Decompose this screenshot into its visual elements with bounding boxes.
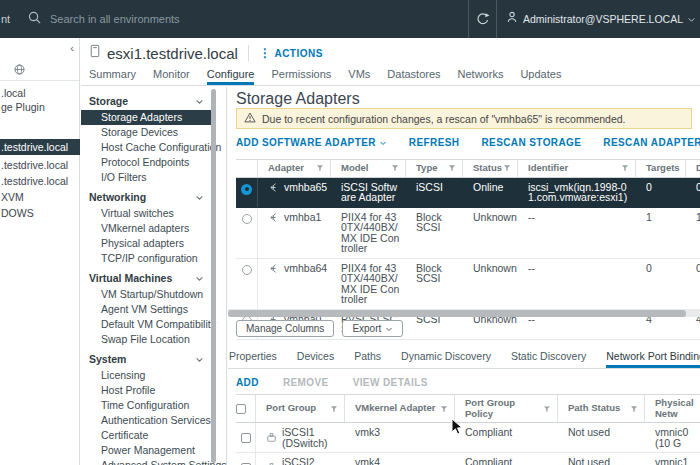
tab-updates[interactable]: Updates xyxy=(520,68,561,85)
column-targets[interactable]: Targets xyxy=(636,160,686,177)
table-row-iscsi2[interactable]: iSCSI2 (DSwitch) vmk4 Compliant Not used… xyxy=(236,453,700,465)
column-identifier[interactable]: Identifier xyxy=(518,160,636,177)
tab-configure[interactable]: Configure xyxy=(207,68,255,85)
radio-selected[interactable] xyxy=(241,184,252,195)
column-type[interactable]: Type xyxy=(406,160,463,177)
divider xyxy=(248,45,249,61)
adapter-detail-tabs: Properties Devices Paths Dynamic Discove… xyxy=(228,345,700,369)
menu-item-vm-startup[interactable]: VM Startup/Shutdown xyxy=(81,287,226,302)
table-row-vmhba1[interactable]: vmhba1 PIIX4 for 430TX/440BX/MX IDE Cont… xyxy=(236,208,700,259)
table-row-vmhba65[interactable]: vmhba65 iSCSI Software Adapter iSCSI Onl… xyxy=(236,178,700,208)
tab-vms[interactable]: VMs xyxy=(348,68,370,85)
grid-footer: Manage Columns Export xyxy=(236,320,403,337)
menu-group-networking[interactable]: Networking xyxy=(81,188,226,206)
scrollbar-thumb[interactable] xyxy=(228,310,686,317)
column-port-group[interactable]: Port Group xyxy=(256,395,345,422)
search-input[interactable] xyxy=(50,13,330,25)
tab-dynamic-discovery[interactable]: Dynamic Discovery xyxy=(401,350,491,368)
menu-group-system[interactable]: System xyxy=(81,350,226,368)
menu-item-swap-file[interactable]: Swap File Location xyxy=(81,332,226,347)
search-icon xyxy=(27,10,42,29)
tab-network-port-binding[interactable]: Network Port Binding xyxy=(606,350,700,368)
table-row-iscsi1[interactable]: iSCSI1 (DSwitch) vmk3 Compliant Not used… xyxy=(236,423,700,453)
tab-networks[interactable]: Networks xyxy=(458,68,504,85)
column-physical-network[interactable]: Physical Netw xyxy=(645,395,700,422)
column-model[interactable]: Model xyxy=(331,160,406,177)
menu-item-certificate[interactable]: Certificate xyxy=(81,428,226,443)
vsphere-client-window: nt Administrator@VSPHERE.LOCAL xyxy=(0,0,700,465)
tree-item[interactable]: DOWS xyxy=(0,206,80,221)
tab-static-discovery[interactable]: Static Discovery xyxy=(511,350,586,368)
menu-item-vmkernel-adapters[interactable]: VMkernel adapters xyxy=(81,221,226,236)
menu-item-advanced-system-settings[interactable]: Advanced System Settings xyxy=(81,458,226,465)
menu-item-storage-devices[interactable]: Storage Devices xyxy=(81,125,226,140)
add-software-adapter-button[interactable]: ADD SOFTWARE ADAPTER xyxy=(236,137,387,148)
user-menu[interactable]: Administrator@VSPHERE.LOCAL xyxy=(497,0,700,38)
tree-item-selected[interactable]: .testdrive.local xyxy=(0,139,80,155)
page-title: esxi1.testdrive.local xyxy=(107,45,238,62)
tree-item[interactable]: XVM xyxy=(0,190,80,205)
tab-paths[interactable]: Paths xyxy=(354,350,381,368)
row-checkbox[interactable] xyxy=(241,433,251,443)
menu-item-protocol-endpoints[interactable]: Protocol Endpoints xyxy=(81,155,226,170)
storage-adapters-panel: Storage Adapters Due to recent configura… xyxy=(228,87,700,465)
global-search[interactable] xyxy=(27,10,468,29)
binding-toolbar: ADD REMOVE VIEW DETAILS xyxy=(236,377,428,388)
tab-properties[interactable]: Properties xyxy=(229,350,277,368)
menu-group-storage[interactable]: Storage xyxy=(81,92,226,110)
add-binding-button[interactable]: ADD xyxy=(236,377,259,388)
tab-datastores[interactable]: Datastores xyxy=(387,68,440,85)
table-row-vmhba64[interactable]: vmhba64 PIIX4 for 430TX/440BX/MX IDE Con… xyxy=(236,259,700,310)
menu-item-agent-vm[interactable]: Agent VM Settings xyxy=(81,302,226,317)
tab-monitor[interactable]: Monitor xyxy=(153,68,190,85)
column-status[interactable]: Status xyxy=(463,160,518,177)
radio[interactable] xyxy=(242,214,252,224)
tree-item[interactable]: .local xyxy=(0,86,80,101)
refresh-icon[interactable] xyxy=(469,0,496,38)
filter-icon xyxy=(503,164,511,172)
menu-item-io-filters[interactable]: I/O Filters xyxy=(81,170,226,185)
menu-group-virtual-machines[interactable]: Virtual Machines xyxy=(81,269,226,287)
tab-permissions[interactable]: Permissions xyxy=(271,68,331,85)
status-badge: Online xyxy=(463,178,518,207)
status-badge: Unknown xyxy=(463,259,518,309)
host-header: esxi1.testdrive.local ⋮ ACTIONS Summary … xyxy=(81,38,700,86)
manage-columns-button[interactable]: Manage Columns xyxy=(236,320,334,337)
menu-item-virtual-switches[interactable]: Virtual switches xyxy=(81,206,226,221)
tree-item[interactable]: .testdrive.local xyxy=(0,158,80,173)
actions-button[interactable]: ⋮ ACTIONS xyxy=(259,46,323,60)
radio[interactable] xyxy=(242,265,252,275)
menu-item-time-configuration[interactable]: Time Configuration xyxy=(81,398,226,413)
column-path-status[interactable]: Path Status xyxy=(558,395,645,422)
horizontal-scrollbar[interactable] xyxy=(228,309,700,317)
column-vmkernel-adapter[interactable]: VMkernel Adapter xyxy=(345,395,455,422)
column-devices[interactable]: D xyxy=(686,160,700,177)
column-port-group-policy[interactable]: Port Group Policy xyxy=(455,395,558,422)
menu-item-default-vm-compat[interactable]: Default VM Compatibility xyxy=(81,317,226,332)
export-button[interactable]: Export xyxy=(342,320,403,337)
menu-item-tcpip-configuration[interactable]: TCP/IP configuration xyxy=(81,251,226,266)
tab-devices[interactable]: Devices xyxy=(297,350,334,368)
select-all-checkbox[interactable] xyxy=(236,404,246,414)
rescan-storage-button[interactable]: RESCAN STORAGE xyxy=(481,137,581,148)
menu-item-physical-adapters[interactable]: Physical adapters xyxy=(81,236,226,251)
menu-item-host-profile[interactable]: Host Profile xyxy=(81,383,226,398)
chevron-down-icon xyxy=(195,354,204,366)
remove-binding-button: REMOVE xyxy=(283,377,329,388)
menu-item-host-cache[interactable]: Host Cache Configuration xyxy=(81,140,226,155)
menu-item-power-management[interactable]: Power Management xyxy=(81,443,226,458)
tree-item[interactable]: ge Plugin xyxy=(0,100,80,115)
vertical-scrollbar[interactable] xyxy=(211,89,216,463)
menu-item-storage-adapters[interactable]: Storage Adapters xyxy=(81,110,211,125)
tab-summary[interactable]: Summary xyxy=(89,68,136,85)
collapse-panel-icon[interactable]: ‹ xyxy=(70,42,74,54)
tree-item[interactable]: .testdrive.local xyxy=(0,174,80,189)
rescan-adapter-button[interactable]: RESCAN ADAPTER xyxy=(603,137,700,148)
chevron-down-icon xyxy=(195,96,204,108)
menu-item-licensing[interactable]: Licensing xyxy=(81,368,226,383)
refresh-button[interactable]: REFRESH xyxy=(409,137,460,148)
column-adapter[interactable]: Adapter xyxy=(258,160,331,177)
view-details-button: VIEW DETAILS xyxy=(353,377,428,388)
menu-item-authentication-services[interactable]: Authentication Services xyxy=(81,413,226,428)
divider xyxy=(0,80,79,81)
